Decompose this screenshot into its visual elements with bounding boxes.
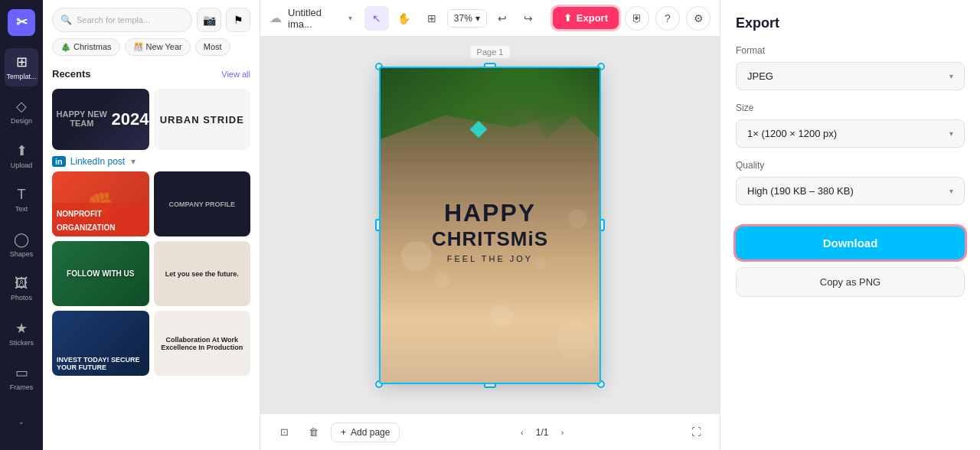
sidebar-item-label: Photos (11, 294, 32, 302)
view-all-btn[interactable]: View all (221, 70, 250, 79)
sidebar-item-upload[interactable]: ⬆ Upload (5, 136, 38, 174)
zoom-control[interactable]: 37% ▾ (447, 9, 487, 28)
expand-btn[interactable]: ⛶ (684, 421, 707, 444)
size-select[interactable]: 1× (1200 × 1200 px) ▾ (736, 119, 965, 148)
template-card-nonprofit[interactable]: NONPROFIT ORGANIZATION ✊ (52, 171, 149, 236)
sidebar-item-shapes[interactable]: ◯ Shapes (5, 225, 38, 263)
canvas-wrapper: HAPPY CHRITSMiS FEEL THE JOY (379, 67, 601, 384)
tcard-label: Let you see the future. (162, 267, 242, 281)
help-btn[interactable]: ? (655, 6, 680, 31)
canvas-happy-text: HAPPY (432, 199, 548, 227)
recent-card-2[interactable]: URBAN STRIDE (154, 89, 251, 150)
add-page-btn[interactable]: + Add page (331, 422, 400, 442)
format-label: Format (736, 45, 965, 56)
shield-btn[interactable]: ⛨ (625, 6, 649, 31)
download-btn[interactable]: Download (736, 227, 965, 259)
search-box[interactable]: 🔍 Search for templa... (52, 8, 192, 32)
sidebar-item-design[interactable]: ◇ Design (5, 93, 38, 131)
sidebar-item-frames[interactable]: ▭ Frames (5, 358, 38, 396)
template-card-invest[interactable]: INVEST TODAY! SECURE YOUR FUTURE (52, 311, 149, 376)
sidebar-item-label: Design (11, 117, 32, 125)
quality-label: Quality (736, 160, 965, 171)
template-card-future[interactable]: Let you see the future. (154, 241, 251, 306)
quality-arrow: ▾ (949, 187, 953, 195)
search-placeholder: Search for templa... (77, 15, 150, 24)
tcard-label: Collaboration At Work Excellence In Prod… (154, 333, 251, 354)
sidebar-item-label: Frames (10, 383, 34, 391)
export-panel: Export Format JPEG ▾ Size 1× (1200 × 120… (720, 0, 980, 450)
app-logo[interactable]: ✂ (8, 9, 35, 36)
redo-btn[interactable]: ↪ (516, 6, 541, 31)
topbar: ☁ Untitled ima... ▾ ↖ ✋ ⊞ 37% ▾ ↩ ↪ ⬆ Ex… (260, 0, 720, 37)
linkedin-label: LinkedIn post (70, 156, 125, 167)
export-btn[interactable]: ⬆ Export (553, 7, 619, 29)
recent-card-1[interactable]: HAPPY NEW TEAM 2024 (52, 89, 149, 150)
sidebar-item-photos[interactable]: 🖼 Photos (5, 269, 38, 308)
tcard-label: INVEST TODAY! SECURE YOUR FUTURE (57, 356, 145, 371)
sidebar-item-label: Upload (11, 161, 33, 169)
settings-btn[interactable]: ⚙ (686, 6, 710, 31)
page-counter: 1/1 (536, 427, 549, 438)
tcard-label: NONPROFIT ORGANIZATION (57, 210, 115, 232)
export-panel-title: Export (736, 15, 965, 31)
sidebar-item-label: Templat... (6, 73, 36, 80)
sidebar-item-label: Shapes (10, 250, 34, 258)
copy-png-btn[interactable]: Copy as PNG (736, 267, 965, 297)
select-tool-btn[interactable]: ↖ (364, 6, 389, 31)
frame-tool-btn[interactable]: ⊞ (420, 6, 444, 31)
size-value: 1× (1200 × 1200 px) (747, 128, 837, 139)
add-page-icon: + (341, 427, 346, 438)
sidebar-item-text[interactable]: T Text (5, 181, 38, 219)
copy-frame-btn[interactable]: ⊡ (273, 421, 296, 444)
recents-header: Recents View all (52, 68, 250, 80)
document-title[interactable]: Untitled ima... ▾ (288, 7, 352, 30)
size-label: Size (736, 103, 965, 113)
tag-most[interactable]: Most (195, 38, 230, 56)
sidebar-item-stickers[interactable]: ★ Stickers (5, 314, 38, 352)
recent-card-year: 2024 (112, 109, 149, 129)
delete-btn[interactable]: 🗑 (302, 421, 325, 444)
camera-search-btn[interactable]: 📷 (197, 8, 221, 32)
page-navigation: ‹ 1/1 › (511, 422, 573, 443)
bottom-left-tools: ⊡ 🗑 + Add page (273, 421, 400, 444)
next-page-btn[interactable]: › (552, 422, 573, 443)
template-card-company[interactable]: COMPANY PROFILE (154, 171, 251, 236)
quality-value: High (190 KB – 380 KB) (747, 185, 854, 197)
text-icon: T (18, 187, 26, 203)
canvas-area[interactable]: Page 1 ⊡ ⧉ ••• (260, 37, 720, 413)
quality-select[interactable]: High (190 KB – 380 KB) ▾ (736, 177, 965, 205)
filter-btn[interactable]: ⚑ (226, 8, 250, 32)
editor-main: ☁ Untitled ima... ▾ ↖ ✋ ⊞ 37% ▾ ↩ ↪ ⬆ Ex… (260, 0, 720, 450)
page-label: Page 1 (471, 46, 510, 58)
recents-grid: HAPPY NEW TEAM 2024 URBAN STRIDE (43, 89, 260, 150)
format-select[interactable]: JPEG ▾ (736, 62, 965, 90)
format-value: JPEG (747, 70, 773, 82)
linkedin-nav[interactable]: in LinkedIn post ▾ (43, 150, 260, 171)
undo-btn[interactable]: ↩ (490, 6, 514, 31)
recent-card-urban: URBAN STRIDE (160, 114, 244, 126)
toolbar-tools: ↖ ✋ ⊞ 37% ▾ ↩ ↪ (364, 6, 541, 31)
canvas-christmas-text: CHRITSMiS (432, 227, 548, 251)
canvas-frame[interactable]: HAPPY CHRITSMiS FEEL THE JOY (379, 67, 601, 384)
sidebar-collapse-btn[interactable]: ⌄ (5, 403, 38, 441)
hand-tool-btn[interactable]: ✋ (392, 6, 416, 31)
stickers-icon: ★ (15, 320, 28, 337)
undo-redo-group: ↩ ↪ (490, 6, 541, 31)
tag-newyear[interactable]: 🎊 New Year (125, 38, 191, 56)
recents-title: Recents (52, 68, 91, 80)
linkedin-icon: in (52, 156, 66, 167)
template-card-follow[interactable]: FOLLOW WITH US (52, 241, 149, 306)
template-card-collab[interactable]: Collaboration At Work Excellence In Prod… (154, 311, 251, 376)
sidebar-item-label: Stickers (9, 339, 34, 347)
prev-page-btn[interactable]: ‹ (511, 422, 533, 443)
format-arrow: ▾ (949, 72, 953, 80)
photos-icon: 🖼 (15, 276, 28, 292)
sidebar-item-templates[interactable]: ⊞ Templat... (5, 48, 38, 86)
bottombar: ⊡ 🗑 + Add page ‹ 1/1 › ⛶ (260, 413, 720, 450)
export-label: Export (577, 12, 608, 24)
shield-icon: ⛨ (632, 12, 642, 24)
size-arrow: ▾ (949, 129, 953, 138)
tag-christmas[interactable]: 🎄 Christmas (52, 38, 120, 56)
add-page-label: Add page (351, 427, 390, 438)
export-icon: ⬆ (564, 12, 572, 24)
